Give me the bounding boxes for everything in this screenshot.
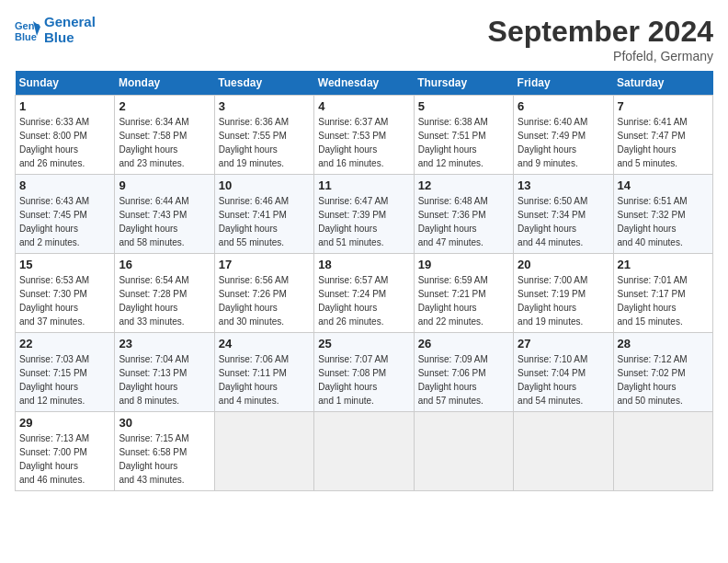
day-number: 15 bbox=[19, 258, 110, 271]
day-number: 9 bbox=[119, 178, 210, 192]
day-number: 17 bbox=[219, 258, 310, 271]
calendar-day: 21 Sunrise: 7:01 AM Sunset: 7:17 PM Dayl… bbox=[613, 254, 712, 333]
calendar-day bbox=[613, 412, 712, 491]
day-info: Sunrise: 7:04 AM Sunset: 7:13 PM Dayligh… bbox=[119, 352, 210, 408]
day-number: 29 bbox=[19, 416, 110, 430]
calendar-day: 28 Sunrise: 7:12 AM Sunset: 7:02 PM Dayl… bbox=[613, 333, 712, 412]
day-number: 2 bbox=[119, 99, 210, 113]
day-info: Sunrise: 6:47 AM Sunset: 7:39 PM Dayligh… bbox=[318, 194, 409, 249]
day-info: Sunrise: 6:36 AM Sunset: 7:55 PM Dayligh… bbox=[219, 115, 310, 170]
calendar-day: 8 Sunrise: 6:43 AM Sunset: 7:45 PM Dayli… bbox=[16, 175, 115, 254]
calendar-day: 1 Sunrise: 6:33 AM Sunset: 8:00 PM Dayli… bbox=[16, 96, 115, 175]
calendar-day: 26 Sunrise: 7:09 AM Sunset: 7:06 PM Dayl… bbox=[414, 333, 513, 412]
calendar-week-4: 22 Sunrise: 7:03 AM Sunset: 7:15 PM Dayl… bbox=[16, 333, 713, 412]
calendar-day: 6 Sunrise: 6:40 AM Sunset: 7:49 PM Dayli… bbox=[514, 96, 613, 175]
day-number: 14 bbox=[618, 178, 709, 192]
calendar-day: 9 Sunrise: 6:44 AM Sunset: 7:43 PM Dayli… bbox=[115, 175, 214, 254]
month-title: September 2024 bbox=[488, 15, 713, 49]
calendar-day: 18 Sunrise: 6:57 AM Sunset: 7:24 PM Dayl… bbox=[314, 254, 414, 333]
day-number: 26 bbox=[418, 337, 509, 350]
day-number: 7 bbox=[618, 99, 709, 113]
logo-text: GeneralBlue bbox=[44, 15, 96, 45]
calendar-week-2: 8 Sunrise: 6:43 AM Sunset: 7:45 PM Dayli… bbox=[16, 175, 713, 254]
day-info: Sunrise: 7:15 AM Sunset: 6:58 PM Dayligh… bbox=[119, 431, 210, 487]
col-header-saturday: Saturday bbox=[613, 71, 712, 96]
day-info: Sunrise: 6:48 AM Sunset: 7:36 PM Dayligh… bbox=[418, 194, 509, 249]
col-header-friday: Friday bbox=[514, 71, 613, 96]
calendar-day: 30 Sunrise: 7:15 AM Sunset: 6:58 PM Dayl… bbox=[115, 412, 214, 491]
calendar-day: 13 Sunrise: 6:50 AM Sunset: 7:34 PM Dayl… bbox=[514, 175, 613, 254]
svg-text:Blue: Blue bbox=[15, 31, 37, 42]
calendar-day: 5 Sunrise: 6:38 AM Sunset: 7:51 PM Dayli… bbox=[414, 96, 513, 175]
day-number: 3 bbox=[219, 99, 310, 113]
day-number: 18 bbox=[318, 258, 409, 271]
day-info: Sunrise: 6:33 AM Sunset: 8:00 PM Dayligh… bbox=[19, 115, 110, 170]
calendar-day bbox=[214, 412, 313, 491]
calendar-day: 4 Sunrise: 6:37 AM Sunset: 7:53 PM Dayli… bbox=[314, 96, 414, 175]
day-info: Sunrise: 7:03 AM Sunset: 7:15 PM Dayligh… bbox=[19, 352, 110, 408]
day-number: 10 bbox=[219, 178, 310, 192]
day-info: Sunrise: 6:54 AM Sunset: 7:28 PM Dayligh… bbox=[119, 273, 210, 328]
calendar-day bbox=[414, 412, 513, 491]
calendar-day: 24 Sunrise: 7:06 AM Sunset: 7:11 PM Dayl… bbox=[214, 333, 313, 412]
calendar-day: 12 Sunrise: 6:48 AM Sunset: 7:36 PM Dayl… bbox=[414, 175, 513, 254]
col-header-tuesday: Tuesday bbox=[214, 71, 313, 96]
day-number: 28 bbox=[618, 337, 709, 350]
calendar-week-3: 15 Sunrise: 6:53 AM Sunset: 7:30 PM Dayl… bbox=[16, 254, 713, 333]
calendar-day: 19 Sunrise: 6:59 AM Sunset: 7:21 PM Dayl… bbox=[414, 254, 513, 333]
calendar-day: 14 Sunrise: 6:51 AM Sunset: 7:32 PM Dayl… bbox=[613, 175, 712, 254]
day-number: 8 bbox=[19, 178, 110, 192]
calendar-day bbox=[314, 412, 414, 491]
day-number: 16 bbox=[119, 258, 210, 271]
calendar-table: SundayMondayTuesdayWednesdayThursdayFrid… bbox=[15, 71, 713, 491]
day-info: Sunrise: 6:44 AM Sunset: 7:43 PM Dayligh… bbox=[119, 194, 210, 249]
calendar-day: 17 Sunrise: 6:56 AM Sunset: 7:26 PM Dayl… bbox=[214, 254, 313, 333]
calendar-day: 11 Sunrise: 6:47 AM Sunset: 7:39 PM Dayl… bbox=[314, 175, 414, 254]
day-info: Sunrise: 6:46 AM Sunset: 7:41 PM Dayligh… bbox=[219, 194, 310, 249]
day-number: 30 bbox=[119, 416, 210, 430]
day-number: 4 bbox=[318, 99, 409, 113]
day-info: Sunrise: 7:07 AM Sunset: 7:08 PM Dayligh… bbox=[318, 352, 409, 408]
day-number: 25 bbox=[318, 337, 409, 350]
calendar-day: 25 Sunrise: 7:07 AM Sunset: 7:08 PM Dayl… bbox=[314, 333, 414, 412]
calendar-week-1: 1 Sunrise: 6:33 AM Sunset: 8:00 PM Dayli… bbox=[16, 96, 713, 175]
col-header-monday: Monday bbox=[115, 71, 214, 96]
day-number: 22 bbox=[19, 337, 110, 350]
day-info: Sunrise: 6:41 AM Sunset: 7:47 PM Dayligh… bbox=[618, 115, 709, 170]
day-info: Sunrise: 6:38 AM Sunset: 7:51 PM Dayligh… bbox=[418, 115, 509, 170]
calendar-day: 29 Sunrise: 7:13 AM Sunset: 7:00 PM Dayl… bbox=[16, 412, 115, 491]
calendar-day: 23 Sunrise: 7:04 AM Sunset: 7:13 PM Dayl… bbox=[115, 333, 214, 412]
col-header-thursday: Thursday bbox=[414, 71, 513, 96]
day-info: Sunrise: 6:50 AM Sunset: 7:34 PM Dayligh… bbox=[518, 194, 609, 249]
calendar-day: 7 Sunrise: 6:41 AM Sunset: 7:47 PM Dayli… bbox=[613, 96, 712, 175]
calendar-day bbox=[514, 412, 613, 491]
calendar-day: 20 Sunrise: 7:00 AM Sunset: 7:19 PM Dayl… bbox=[514, 254, 613, 333]
day-info: Sunrise: 6:59 AM Sunset: 7:21 PM Dayligh… bbox=[418, 273, 509, 328]
title-block: September 2024 Pfofeld, Germany bbox=[488, 15, 713, 63]
day-number: 1 bbox=[19, 99, 110, 113]
col-header-sunday: Sunday bbox=[16, 71, 115, 96]
logo: General Blue GeneralBlue bbox=[15, 15, 96, 45]
day-number: 21 bbox=[618, 258, 709, 271]
day-info: Sunrise: 6:43 AM Sunset: 7:45 PM Dayligh… bbox=[19, 194, 110, 249]
day-info: Sunrise: 7:10 AM Sunset: 7:04 PM Dayligh… bbox=[518, 352, 609, 408]
day-number: 5 bbox=[418, 99, 509, 113]
day-number: 19 bbox=[418, 258, 509, 271]
day-number: 12 bbox=[418, 178, 509, 192]
day-info: Sunrise: 6:40 AM Sunset: 7:49 PM Dayligh… bbox=[518, 115, 609, 170]
day-number: 11 bbox=[318, 178, 409, 192]
day-info: Sunrise: 6:57 AM Sunset: 7:24 PM Dayligh… bbox=[318, 273, 409, 328]
calendar-day: 22 Sunrise: 7:03 AM Sunset: 7:15 PM Dayl… bbox=[16, 333, 115, 412]
calendar-week-5: 29 Sunrise: 7:13 AM Sunset: 7:00 PM Dayl… bbox=[16, 412, 713, 491]
day-number: 23 bbox=[119, 337, 210, 350]
day-number: 24 bbox=[219, 337, 310, 350]
day-info: Sunrise: 6:56 AM Sunset: 7:26 PM Dayligh… bbox=[219, 273, 310, 328]
day-number: 6 bbox=[518, 99, 609, 113]
day-info: Sunrise: 7:06 AM Sunset: 7:11 PM Dayligh… bbox=[219, 352, 310, 408]
calendar-day: 27 Sunrise: 7:10 AM Sunset: 7:04 PM Dayl… bbox=[514, 333, 613, 412]
logo-icon: General Blue bbox=[15, 17, 40, 43]
calendar-day: 10 Sunrise: 6:46 AM Sunset: 7:41 PM Dayl… bbox=[214, 175, 313, 254]
day-info: Sunrise: 7:00 AM Sunset: 7:19 PM Dayligh… bbox=[518, 273, 609, 328]
day-info: Sunrise: 6:51 AM Sunset: 7:32 PM Dayligh… bbox=[618, 194, 709, 249]
calendar-day: 2 Sunrise: 6:34 AM Sunset: 7:58 PM Dayli… bbox=[115, 96, 214, 175]
